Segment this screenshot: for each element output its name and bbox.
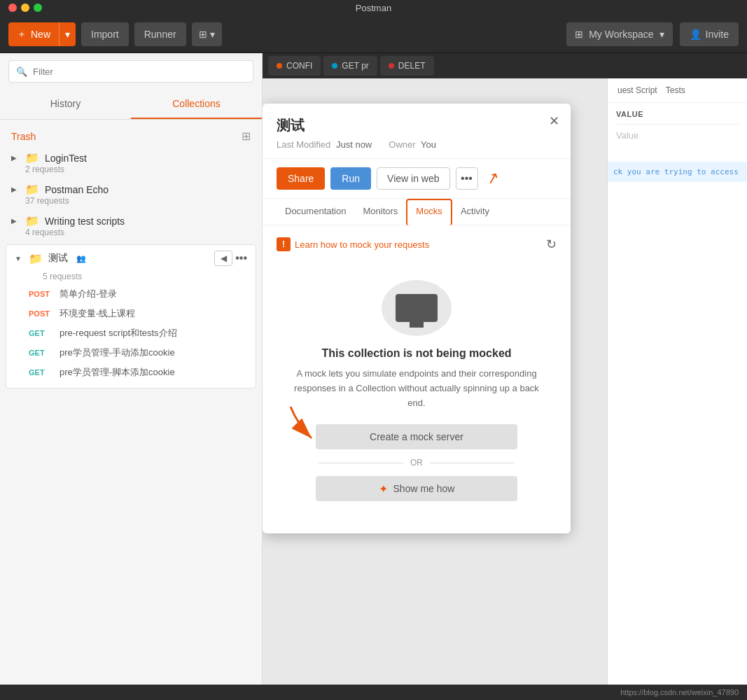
folder-icon-3: 📁 (25, 214, 39, 227)
request-name: pre-request script和tests介绍 (60, 327, 177, 340)
method-badge: GET (29, 368, 54, 377)
sidebar-tabs: History Collections (0, 90, 262, 120)
collection-item-writingtest: ▶ 📁 Writing test scripts 4 requests (0, 210, 262, 241)
new-label: New (31, 29, 50, 40)
import-button[interactable]: Import (81, 22, 129, 46)
last-modified-value: Just now (336, 139, 372, 150)
value-placeholder: Value (616, 125, 739, 141)
add-collection-button[interactable]: ⊞ (242, 130, 251, 143)
or-divider: OR (319, 458, 515, 468)
collection-count-3: 4 requests (25, 227, 251, 237)
create-mock-server-button[interactable]: Create a mock server (316, 424, 517, 449)
runner-button[interactable]: Runner (134, 22, 186, 46)
sidebar-tab-history[interactable]: History (0, 90, 131, 119)
list-item[interactable]: GET pre学员管理-手动添加cookie (6, 343, 256, 363)
new-button-main[interactable]: ＋ New (8, 22, 60, 46)
main-request: 测试 Last Modified Just now Owner You (263, 78, 747, 685)
empty-description: A mock lets you simulate endpoints and t… (291, 367, 543, 410)
method-badge: POST (29, 290, 54, 298)
value-column-header: VALUE (616, 110, 739, 125)
tab-dot-orange (277, 63, 282, 69)
search-input[interactable] (33, 66, 246, 77)
mocks-header-row: ! Learn how to mock your requests ↻ (277, 237, 557, 252)
close-traffic-light[interactable] (8, 4, 17, 12)
share-button[interactable]: Share (277, 167, 325, 190)
tab-delete[interactable]: DELET (380, 56, 434, 76)
learn-icon: ! (277, 237, 291, 251)
detail-tab-mocks[interactable]: Mocks (406, 199, 452, 225)
collection-item-logintest: ▶ 📁 LoginTest 2 requests (0, 147, 262, 178)
invite-button[interactable]: 👤 Invite (680, 22, 739, 46)
tabs-bar: CONFI GET pr DELET (263, 53, 747, 78)
collection-header-postmanecho[interactable]: ▶ 📁 Postman Echo (11, 183, 251, 196)
request-name: pre学员管理-手动添加cookie (60, 346, 175, 359)
more-options-button[interactable]: ••• (235, 251, 247, 266)
minimize-traffic-light[interactable] (21, 4, 29, 12)
collection-item-postmanecho: ▶ 📁 Postman Echo 37 requests (0, 178, 262, 210)
create-mock-wrapper: Create a mock server (291, 424, 543, 449)
owner: Owner You (389, 139, 436, 150)
refresh-button[interactable]: ↻ (546, 237, 557, 252)
list-item[interactable]: GET pre-request script和tests介绍 (6, 323, 256, 343)
collection-name-2: Postman Echo (45, 184, 109, 195)
collection-header-logintest[interactable]: ▶ 📁 LoginTest (11, 151, 251, 164)
grid-icon-2: ⊞ (575, 29, 583, 40)
chevron-down-icon-2: ▾ (210, 29, 215, 40)
right-tab-tests[interactable]: Tests (662, 78, 690, 102)
main-layout: 🔍 History Collections Trash ⊞ ▶ 📁 (0, 53, 747, 685)
chevron-right-icon-3: ▶ (11, 217, 20, 225)
tab-get[interactable]: GET pr (323, 56, 377, 76)
chevron-down-icon: ▾ (65, 29, 70, 40)
detail-title: 测试 (277, 116, 436, 135)
grid-icon: ⊞ (199, 29, 207, 40)
new-button-dropdown[interactable]: ▾ (60, 22, 76, 46)
detail-tab-activity[interactable]: Activity (452, 199, 498, 225)
chevron-down-icon-3: ▾ (659, 29, 664, 40)
workspace-label: My Workspace (589, 29, 653, 40)
plus-icon: ＋ (17, 28, 27, 41)
monitor-icon (396, 294, 438, 322)
request-name: 环境变量-线上课程 (60, 307, 135, 320)
more-button[interactable]: ••• (456, 167, 478, 190)
tab-label-3: DELET (398, 61, 426, 71)
last-modified-label: Last Modified (277, 139, 330, 150)
trash-row: Trash ⊞ (0, 125, 262, 147)
right-tab-request-script[interactable]: uest Script (613, 78, 662, 102)
trash-label[interactable]: Trash (11, 131, 36, 142)
method-badge: GET (29, 329, 54, 337)
collection-detail-panel: 测试 Last Modified Just now Owner You (263, 104, 571, 533)
folder-icon: 📁 (25, 151, 39, 164)
list-item[interactable]: POST 简单介绍-登录 (6, 284, 256, 304)
request-name: 简单介绍-登录 (60, 288, 117, 300)
value-header-area: VALUE Value (608, 103, 747, 148)
sidebar-tab-collections[interactable]: Collections (131, 90, 262, 119)
new-button[interactable]: ＋ New ▾ (8, 22, 76, 46)
show-me-how-button[interactable]: ✦ Show me how (316, 476, 517, 501)
status-bar: https://blog.csdn.net/weixin_47890 (0, 685, 747, 700)
detail-tab-monitors[interactable]: Monitors (354, 199, 406, 225)
chevron-right-icon-2: ▶ (11, 186, 20, 193)
list-item[interactable]: GET pre学员管理-脚本添加cookie (6, 363, 256, 382)
maximize-traffic-light[interactable] (34, 4, 42, 12)
detail-close-button[interactable]: ✕ (549, 115, 559, 127)
list-item[interactable]: POST 环境变量-线上课程 (6, 304, 256, 323)
tab-label: CONFI (286, 61, 312, 71)
learn-text: Learn how to mock your requests (295, 239, 429, 250)
collection-count-2: 37 requests (25, 196, 251, 206)
empty-state: This collection is not being mocked A mo… (277, 266, 557, 522)
collection-count: 2 requests (25, 164, 251, 174)
detail-header: 测试 Last Modified Just now Owner You (263, 104, 571, 159)
user-plus-icon: 👤 (690, 29, 701, 40)
workspace-button[interactable]: ⊞ My Workspace ▾ (566, 22, 672, 46)
tab-confi[interactable]: CONFI (268, 56, 321, 76)
detail-panel-toggle-button[interactable]: ◀ (214, 251, 232, 266)
detail-tab-documentation[interactable]: Documentation (277, 199, 354, 225)
run-button[interactable]: Run (330, 167, 371, 190)
collection-header-writingtest[interactable]: ▶ 📁 Writing test scripts (11, 214, 251, 227)
expanded-header-ceshi: ▼ 📁 测试 👥 ◀ ••• (6, 245, 256, 272)
view-web-button[interactable]: View in web (377, 167, 449, 190)
empty-illustration (382, 280, 452, 336)
title-bar: Postman (0, 0, 747, 15)
learn-link[interactable]: ! Learn how to mock your requests (277, 237, 429, 251)
builder-button[interactable]: ⊞ ▾ (192, 22, 222, 46)
